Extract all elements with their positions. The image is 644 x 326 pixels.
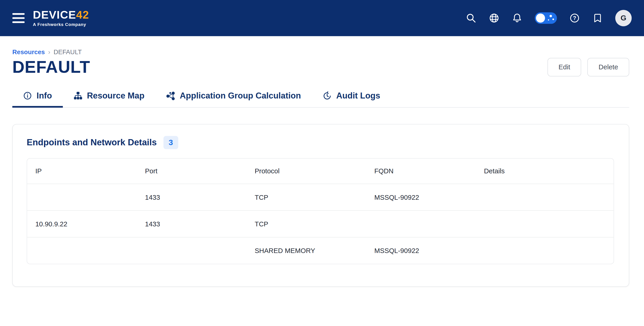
cell-fqdn: MSSQL-90922 [366,184,476,210]
count-badge: 3 [163,136,178,149]
avatar-initial: G [620,14,626,22]
cell-fqdn: MSSQL-90922 [366,237,476,264]
tab-audit-logs[interactable]: Audit Logs [312,91,391,107]
cell-ip: 10.90.9.22 [27,210,137,237]
cell-details [476,210,614,237]
tab-label: Application Group Calculation [180,91,301,100]
cell-ip [27,237,137,264]
tab-label: Info [36,91,52,100]
card-title: Endpoints and Network Details [26,138,157,148]
cell-port: 1433 [137,184,246,210]
brand-logo[interactable]: DEVICE42 A Freshworks Company [33,10,89,27]
breadcrumb-separator: › [48,48,50,56]
column-header-protocol: Protocol [246,159,366,184]
breadcrumb-resources-link[interactable]: Resources [12,48,45,56]
brand-subtitle: A Freshworks Company [33,22,89,27]
tab-label: Audit Logs [336,91,380,100]
cell-details [476,237,614,264]
tab-label: Resource Map [87,91,144,100]
table-row: SHARED MEMORY MSSQL-90922 [27,237,614,264]
edit-button[interactable]: Edit [548,58,581,76]
column-header-fqdn: FQDN [366,159,476,184]
cell-fqdn [366,210,476,237]
cell-protocol: TCP [246,184,366,210]
network-icon [166,91,175,100]
user-avatar[interactable]: G [615,10,632,26]
notifications-bell-icon[interactable] [512,13,522,24]
cell-ip [27,184,137,210]
page: DEVICE42 A Freshworks Company [0,0,644,326]
table-row: 1433 TCP MSSQL-90922 [27,184,614,210]
info-icon [23,91,32,100]
page-title: DEFAULT [12,58,90,77]
help-icon[interactable]: ? [569,13,580,24]
cell-details [476,184,614,210]
table-row: 10.90.9.22 1433 TCP [27,210,614,237]
menu-icon[interactable] [12,11,25,26]
column-header-details: Details [476,159,614,184]
cell-port: 1433 [137,210,246,237]
brand-name: DEVICE42 [33,10,89,21]
page-actions: Edit Delete [548,58,629,76]
tab-info[interactable]: Info [12,91,63,107]
sitemap-icon [74,91,82,100]
delete-button[interactable]: Delete [588,58,629,76]
brand-name-accent: 42 [76,9,89,21]
bookmark-icon[interactable] [592,13,603,24]
endpoints-card: Endpoints and Network Details 3 IP Port … [12,124,629,287]
top-navigation-bar: DEVICE42 A Freshworks Company [0,0,644,36]
toggle-dot [548,19,549,20]
history-icon [322,91,332,100]
page-header: DEFAULT Edit Delete [12,58,629,77]
table-header-row: IP Port Protocol FQDN Details [27,159,614,184]
cell-protocol: SHARED MEMORY [246,237,366,264]
cell-protocol: TCP [246,210,366,237]
toggle-dot [552,18,554,20]
search-icon[interactable] [466,13,476,24]
theme-toggle[interactable] [535,12,557,24]
tab-application-group-calculation[interactable]: Application Group Calculation [155,91,312,107]
toggle-knob [536,14,545,22]
breadcrumb-current: DEFAULT [54,48,82,56]
tab-bar: Info Resource Map [12,91,629,108]
globe-icon[interactable] [489,13,500,24]
breadcrumb: Resources › DEFAULT [12,48,632,56]
svg-text:?: ? [573,15,576,21]
toggle-dot [550,15,552,17]
tab-resource-map[interactable]: Resource Map [63,91,155,107]
column-header-ip: IP [27,159,137,184]
endpoints-table: IP Port Protocol FQDN Details 1433 TCP M… [26,158,614,264]
cell-port [137,237,246,264]
column-header-port: Port [137,159,246,184]
